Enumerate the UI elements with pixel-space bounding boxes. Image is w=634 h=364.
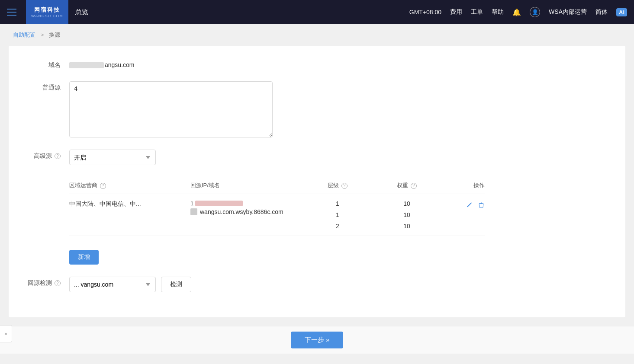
user-avatar-icon[interactable]: 👤 — [530, 7, 540, 17]
timezone: GMT+08:00 — [409, 9, 441, 16]
logo-en: WANGSU.COM — [31, 14, 63, 18]
collapse-icon: » — [4, 331, 7, 337]
logo: 网宿科技 WANGSU.COM — [26, 0, 68, 24]
ip-domain-line: wangsu.com.wsyby.8686c.com — [190, 208, 303, 215]
col-action-header: 操作 — [441, 182, 485, 189]
normal-source-textarea[interactable]: 4 — [69, 81, 273, 137]
level-help-icon[interactable]: ? — [341, 183, 348, 189]
detection-label: 回源检测 ? — [26, 277, 61, 287]
detection-help-icon[interactable]: ? — [55, 280, 61, 286]
breadcrumb-parent[interactable]: 自助配置 — [13, 32, 35, 38]
add-button[interactable]: 新增 — [69, 250, 99, 265]
level-3: 2 — [336, 223, 339, 230]
col-ip-header: 回源IP/域名 — [190, 182, 303, 189]
delete-icon[interactable] — [478, 202, 485, 211]
advanced-table-row: 区域运营商 ? 回源IP/域名 层级 ? 权重 ? 操作 中国大陆、中国电信、中… — [69, 177, 608, 265]
domain-label: 域名 — [26, 59, 61, 69]
normal-source-label: 普通源 — [26, 81, 61, 92]
ip-redacted-line: 1 — [190, 200, 303, 207]
lang-switch[interactable]: 简体 — [595, 8, 608, 16]
row-region: 中国大陆、中国电信、中... — [69, 200, 190, 208]
sidebar-collapse-button[interactable]: » — [0, 325, 12, 342]
domain-value: angsu.com — [69, 59, 134, 68]
advanced-source-row: 高级源 ? 开启 关闭 — [26, 150, 608, 165]
advanced-help-icon[interactable]: ? — [55, 153, 61, 159]
header: 网宿科技 WANGSU.COM 总览 GMT+08:00 费用 工单 帮助 🔔 … — [0, 0, 634, 24]
advanced-source-select[interactable]: 开启 关闭 — [69, 150, 156, 165]
level-1: 1 — [336, 200, 339, 207]
weight-block: 10 10 10 — [372, 200, 441, 230]
next-button[interactable]: 下一步 » — [291, 332, 344, 348]
normal-source-row: 普通源 4 — [26, 81, 608, 137]
advanced-table: 区域运营商 ? 回源IP/域名 层级 ? 权重 ? 操作 中国大陆、中国电信、中… — [69, 177, 485, 265]
weight-1: 10 — [403, 200, 410, 207]
user-name[interactable]: WSA内部运营 — [549, 8, 587, 16]
row-level: 1 1 2 — [303, 200, 372, 230]
col-region-header: 区域运营商 ? — [69, 182, 190, 189]
bottom-bar: 下一步 » — [0, 326, 634, 354]
domain-redacted — [69, 62, 104, 68]
region-text: 中国大陆、中国电信、中... — [69, 200, 141, 207]
detection-controls: ... vangsu.com 检测 — [69, 277, 191, 292]
detect-button[interactable]: 检测 — [161, 277, 191, 292]
breadcrumb-sep: > — [41, 32, 44, 38]
table-header: 区域运营商 ? 回源IP/域名 层级 ? 权重 ? 操作 — [69, 177, 485, 194]
svg-rect-0 — [480, 203, 482, 204]
help-link[interactable]: 帮助 — [492, 8, 504, 16]
menu-icon[interactable] — [7, 4, 23, 20]
row-weight: 10 10 10 — [372, 200, 441, 230]
ai-badge[interactable]: Ai — [616, 8, 627, 16]
main-card: 域名 angsu.com 普通源 4 高级源 ? 开启 关闭 区域运营商 ? — [9, 46, 625, 317]
header-right: GMT+08:00 费用 工单 帮助 🔔 👤 WSA内部运营 简体 Ai — [409, 7, 627, 17]
col-level-header: 层级 ? — [303, 182, 372, 189]
region-help-icon[interactable]: ? — [100, 183, 106, 189]
breadcrumb-current: 换源 — [49, 32, 60, 38]
fee-link[interactable]: 费用 — [450, 8, 462, 16]
breadcrumb: 自助配置 > 换源 — [0, 24, 634, 46]
level-block: 1 1 2 — [303, 200, 372, 230]
row-ip: 1 wangsu.com.wsyby.8686c.com — [190, 200, 303, 215]
weight-3: 10 — [403, 223, 410, 230]
logo-cn: 网宿科技 — [34, 6, 60, 14]
weight-2: 10 — [403, 211, 410, 218]
row-action — [441, 200, 485, 211]
edit-icon[interactable] — [466, 202, 473, 211]
level-2: 1 — [336, 211, 339, 218]
add-button-wrap: 新增 — [69, 243, 485, 265]
col-weight-header: 权重 ? — [372, 182, 441, 189]
detection-row: 回源检测 ? ... vangsu.com 检测 — [26, 277, 608, 292]
advanced-source-label: 高级源 ? — [26, 150, 61, 160]
ip-favicon-icon — [190, 208, 197, 215]
table-row: 中国大陆、中国电信、中... 1 wangsu.com.wsyby.8686c.… — [69, 194, 485, 236]
ip-block: 1 wangsu.com.wsyby.8686c.com — [190, 200, 303, 215]
nav-overview[interactable]: 总览 — [75, 8, 88, 16]
notification-icon[interactable]: 🔔 — [512, 8, 521, 16]
tools-link[interactable]: 工单 — [471, 8, 483, 16]
detection-select[interactable]: ... vangsu.com — [69, 277, 156, 292]
main-nav[interactable]: 总览 — [75, 8, 88, 16]
domain-row: 域名 angsu.com — [26, 59, 608, 69]
domain-suffix: angsu.com — [105, 61, 134, 68]
action-icons — [441, 200, 485, 211]
ip-domain-text: wangsu.com.wsyby.8686c.com — [200, 208, 283, 215]
weight-help-icon[interactable]: ? — [411, 183, 417, 189]
